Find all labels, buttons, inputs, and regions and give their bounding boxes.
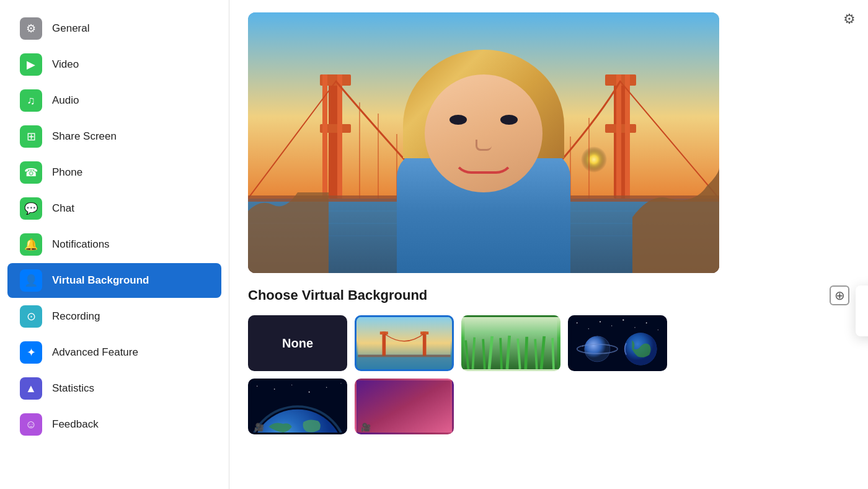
svg-point-70 [291,385,292,385]
svg-point-58 [658,330,658,330]
svg-point-68 [257,386,257,387]
svg-point-56 [634,327,635,328]
svg-point-54 [611,325,612,326]
virtual-background-icon: 👤 [20,269,42,292]
sidebar-item-share-screen[interactable]: ⊞Share Screen [7,119,221,154]
sidebar-label-chat: Chat [52,202,74,215]
thumbnail-purple-gradient[interactable]: 🎥 [355,379,454,434]
sidebar-item-notifications[interactable]: 🔔Notifications [7,227,221,262]
sidebar-item-general[interactable]: ⚙General [7,11,221,46]
svg-text:🎥: 🎥 [361,422,371,433]
svg-point-63 [585,336,610,362]
thumbnail-golden-gate[interactable] [355,315,454,371]
general-icon: ⚙ [20,17,42,40]
sidebar-item-feedback[interactable]: ☺Feedback [7,407,221,442]
advanced-feature-icon: ✦ [20,341,42,364]
sidebar-label-phone: Phone [52,166,82,179]
thumbnail-earth[interactable]: 🎥 [248,379,347,434]
thumbnail-space[interactable] [568,315,667,371]
sidebar-item-advanced-feature[interactable]: ✦Advanced Feature [7,335,221,370]
thumbnail-none[interactable]: None [248,315,347,371]
statistics-icon: ▲ [20,377,42,400]
svg-rect-34 [423,331,427,356]
sidebar-label-notifications: Notifications [52,238,110,251]
notifications-icon: 🔔 [20,233,42,256]
dropdown-item-add-video[interactable]: Add Video [856,311,868,336]
section-header: Choose Virtual Background ⊕ Add ImageAdd… [248,285,849,305]
sidebar-item-audio[interactable]: ♫Audio [7,83,221,118]
sidebar-item-virtual-background[interactable]: 👤Virtual Background [7,263,221,298]
svg-rect-16 [616,74,621,199]
audio-icon: ♫ [20,89,42,112]
sidebar-label-feedback: Feedback [52,418,99,431]
svg-point-57 [646,322,647,323]
preview-container [248,12,719,273]
feedback-icon: ☺ [20,413,42,436]
svg-rect-12 [337,74,342,199]
svg-point-69 [274,388,275,390]
svg-text:🎥: 🎥 [254,422,265,433]
chat-icon: 💬 [20,197,42,220]
sidebar-label-general: General [52,22,89,35]
video-icon: ▶ [20,53,42,76]
svg-rect-17 [625,74,630,199]
svg-point-73 [340,383,341,384]
sidebar: ⚙General▶Video♫Audio⊞Share Screen☎Phone💬… [0,0,229,489]
sidebar-label-share-screen: Share Screen [52,130,117,143]
sidebar-item-phone[interactable]: ☎Phone [7,155,221,190]
phone-icon: ☎ [20,161,42,184]
sidebar-item-statistics[interactable]: ▲Statistics [7,371,221,406]
svg-point-53 [600,321,601,323]
main-content: ⚙ [229,0,868,489]
svg-point-55 [622,320,624,321]
svg-rect-36 [420,331,428,334]
sidebar-label-statistics: Statistics [52,382,94,395]
svg-point-51 [577,322,578,323]
sidebar-label-video: Video [52,58,79,71]
sidebar-label-recording: Recording [52,310,100,323]
svg-point-71 [309,392,310,393]
recording-icon: ⊙ [20,305,42,328]
thumbnails-row-2: 🎥 🎥 [248,379,849,434]
svg-rect-33 [383,331,386,356]
sidebar-label-audio: Audio [52,94,79,107]
thumbnails-row-1: None [248,315,849,371]
dropdown-item-add-image[interactable]: Add Image [856,285,868,311]
gear-button[interactable]: ⚙ [843,11,856,27]
person-overlay [391,37,577,273]
svg-point-52 [588,328,589,329]
sidebar-item-recording[interactable]: ⊙Recording [7,299,221,334]
sidebar-item-chat[interactable]: 💬Chat [7,191,221,226]
section-title: Choose Virtual Background [248,287,427,303]
svg-rect-77 [358,380,450,433]
thumbnail-grass[interactable] [461,315,560,371]
share-screen-icon: ⊞ [20,125,42,148]
sidebar-label-virtual-background: Virtual Background [52,274,149,287]
sidebar-label-advanced-feature: Advanced Feature [52,346,138,359]
plus-icon: ⊕ [835,288,845,303]
sidebar-item-video[interactable]: ▶Video [7,47,221,82]
svg-rect-37 [358,355,450,357]
add-background-button[interactable]: ⊕ [830,285,849,305]
add-dropdown-menu: Add ImageAdd Video [856,285,868,336]
svg-rect-35 [380,331,388,334]
svg-point-72 [326,387,327,387]
